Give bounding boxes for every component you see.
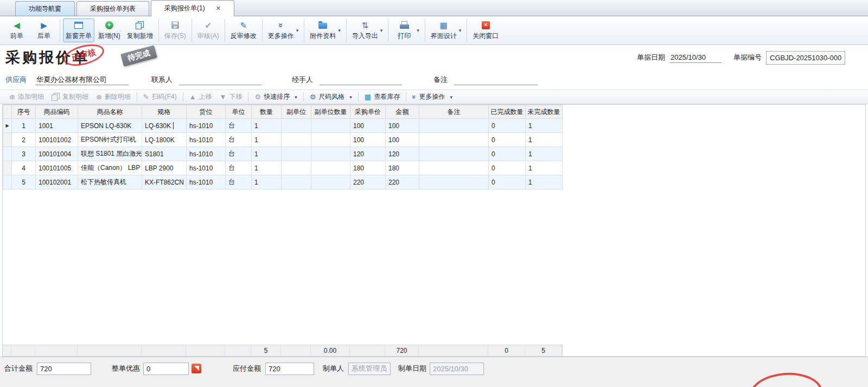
table-cell[interactable]: 100 — [386, 133, 419, 147]
scan-code-button[interactable]: ✎ 扫码(F4) — [139, 91, 181, 103]
column-header[interactable]: 规格 — [142, 105, 187, 119]
table-row[interactable]: 2100101002EPSON针式打印机LQ-1800Khs-1010台1100… — [3, 133, 563, 147]
table-cell[interactable]: 1 — [526, 133, 563, 147]
copy-detail-button[interactable]: 复制明细 — [48, 91, 92, 103]
table-cell[interactable]: hs-1010 — [187, 175, 226, 189]
tab-function-nav[interactable]: 功能导航窗 — [15, 1, 75, 16]
table-cell[interactable] — [311, 161, 350, 175]
table-cell[interactable]: 台 — [226, 175, 252, 189]
column-header[interactable]: 已完成数量 — [489, 105, 526, 119]
table-cell[interactable]: 1 — [12, 119, 36, 133]
table-cell[interactable]: 220 — [386, 175, 419, 189]
next-doc-button[interactable]: ▶ 后单 — [31, 18, 57, 42]
table-cell[interactable]: 1 — [252, 175, 282, 189]
tab-quotation-form[interactable]: 采购报价单(1) ✕ — [151, 0, 234, 16]
audit-button[interactable]: ✔ 审核(A) — [195, 18, 222, 42]
table-cell[interactable]: 1 — [526, 119, 563, 133]
handler-input[interactable] — [320, 74, 402, 85]
quick-discount-icon[interactable] — [192, 364, 201, 373]
table-row[interactable]: 4100101005佳能（Canon） LBPLBP 2900hs-1010台1… — [3, 161, 563, 175]
table-cell[interactable]: LQ-1800K — [142, 133, 187, 147]
column-header[interactable]: 单位 — [226, 105, 252, 119]
table-cell[interactable]: LBP 2900 — [142, 161, 187, 175]
table-cell[interactable] — [419, 161, 489, 175]
column-header[interactable]: 序号 — [12, 105, 36, 119]
table-cell[interactable] — [282, 119, 311, 133]
doc-date-input[interactable] — [669, 52, 722, 63]
column-header[interactable]: 未完成数量 — [526, 105, 563, 119]
more-actions-button[interactable]: » 更多操作 ▾ — [265, 18, 302, 42]
column-header[interactable]: 备注 — [419, 105, 489, 119]
table-cell[interactable]: 120 — [386, 147, 419, 161]
supplier-input[interactable] — [35, 74, 129, 85]
close-tab-icon[interactable]: ✕ — [216, 5, 221, 12]
table-cell[interactable] — [419, 133, 489, 147]
table-cell[interactable]: LQ-630K — [142, 119, 187, 133]
table-row[interactable]: ▶11001EPSON LQ-630KLQ-630Khs-1010台110010… — [3, 119, 563, 133]
column-header[interactable]: 副单位数量 — [311, 105, 350, 119]
move-up-button[interactable]: ▲ 上移 — [186, 91, 216, 103]
table-cell[interactable]: 1 — [252, 133, 282, 147]
table-cell[interactable]: 2 — [12, 133, 36, 147]
column-header[interactable]: 商品名称 — [78, 105, 142, 119]
table-cell[interactable]: 100 — [350, 133, 386, 147]
table-cell[interactable]: hs-1010 — [187, 147, 226, 161]
table-cell[interactable] — [419, 147, 489, 161]
table-cell[interactable]: 100 — [386, 119, 419, 133]
table-cell[interactable]: 佳能（Canon） LBP — [78, 161, 142, 175]
table-cell[interactable]: 5 — [12, 175, 36, 189]
table-cell[interactable]: 3 — [12, 147, 36, 161]
quick-sort-button[interactable]: ⚙ 快速排序 ▾ — [251, 91, 301, 103]
print-button[interactable]: 打印 ▾ — [391, 18, 422, 42]
column-header[interactable]: 金额 — [386, 105, 419, 119]
table-row[interactable]: 5100102001松下热敏传真机KX-FT862CNhs-1010台12202… — [3, 175, 563, 189]
unaudit-modify-button[interactable]: ✎ 反审修改 — [228, 18, 259, 42]
table-cell[interactable]: hs-1010 — [187, 161, 226, 175]
table-cell[interactable] — [311, 119, 350, 133]
table-cell[interactable]: 1 — [526, 175, 563, 189]
table-cell[interactable]: KX-FT862CN — [142, 175, 187, 189]
table-cell[interactable] — [311, 133, 350, 147]
table-cell[interactable]: 0 — [489, 161, 526, 175]
table-cell[interactable]: 1001 — [36, 119, 78, 133]
prev-doc-button[interactable]: ◀ 前单 — [4, 18, 30, 42]
table-cell[interactable]: S1801 — [142, 147, 187, 161]
column-header[interactable]: 副单位 — [282, 105, 311, 119]
more-detail-actions-button[interactable]: » 更多操作 ▾ — [409, 91, 456, 103]
table-cell[interactable] — [282, 161, 311, 175]
table-cell[interactable]: 1 — [526, 147, 563, 161]
table-cell[interactable]: 0 — [489, 175, 526, 189]
column-header[interactable]: 采购单价 — [350, 105, 386, 119]
table-cell[interactable]: EPSON LQ-630K — [78, 119, 142, 133]
new-window-doc-button[interactable]: 新窗开单 — [63, 18, 94, 42]
size-style-button[interactable]: ⚙ 尺码风格 ▾ — [306, 91, 356, 103]
table-cell[interactable] — [419, 175, 489, 189]
import-export-button[interactable]: ⇅ 导入导出 ▾ — [349, 18, 386, 42]
copy-new-button[interactable]: 复制新增 — [124, 18, 156, 42]
table-cell[interactable] — [419, 119, 489, 133]
column-header[interactable]: 货位 — [187, 105, 226, 119]
table-cell[interactable]: 松下热敏传真机 — [78, 175, 142, 189]
tab-quotation-list[interactable]: 采购报价单列表 — [76, 1, 149, 16]
table-cell[interactable]: 台 — [226, 133, 252, 147]
table-cell[interactable]: 180 — [386, 161, 419, 175]
table-cell[interactable]: 100 — [350, 119, 386, 133]
table-cell[interactable]: 联想 S1801 黑白激光 — [78, 147, 142, 161]
table-cell[interactable]: 台 — [226, 119, 252, 133]
table-cell[interactable] — [311, 175, 350, 189]
contact-input[interactable] — [179, 74, 261, 85]
table-cell[interactable]: 100101002 — [36, 133, 78, 147]
table-cell[interactable]: 100102001 — [36, 175, 78, 189]
table-cell[interactable]: 120 — [350, 147, 386, 161]
table-cell[interactable] — [282, 175, 311, 189]
add-detail-button[interactable]: ⊕ 添加明细 — [5, 91, 48, 103]
table-cell[interactable]: 1 — [252, 147, 282, 161]
new-doc-button[interactable]: + 新增(N) — [95, 18, 123, 42]
close-window-button[interactable]: ✕ 关闭窗口 — [470, 18, 501, 42]
table-cell[interactable]: 0 — [489, 133, 526, 147]
table-cell[interactable]: 台 — [226, 147, 252, 161]
column-header[interactable]: 数量 — [252, 105, 282, 119]
discount-input[interactable] — [143, 363, 189, 375]
move-down-button[interactable]: ▼ 下移 — [216, 91, 246, 103]
table-cell[interactable]: hs-1010 — [187, 133, 226, 147]
